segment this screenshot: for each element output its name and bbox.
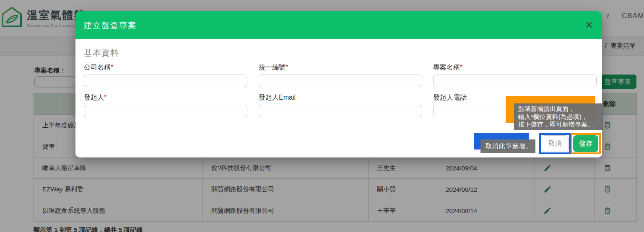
required-asterisk: * xyxy=(104,94,106,101)
initiator-email-label: 發起人Email xyxy=(259,94,296,101)
initiator-input[interactable] xyxy=(84,105,247,117)
field-project-name: 專案名稱* xyxy=(433,63,597,87)
field-initiator: 發起人* xyxy=(84,93,247,117)
company-name-input[interactable] xyxy=(84,75,247,87)
project-name-input[interactable] xyxy=(433,75,597,87)
save-tooltip: 點選新增跳出頁面， 輸入*欄位資料(為必填)， 按下儲存，即可新增專案。 xyxy=(514,103,603,130)
save-tooltip-line: 按下儲存，即可新增專案。 xyxy=(518,121,599,129)
company-name-label: 公司名稱 xyxy=(84,64,111,71)
field-company-name: 公司名稱* xyxy=(84,63,247,87)
initiator-email-input[interactable] xyxy=(259,105,422,117)
initiator-phone-label: 發起人電話 xyxy=(433,94,467,101)
save-tooltip-line: 點選新增跳出頁面， xyxy=(518,105,599,113)
cancel-button-highlight xyxy=(539,133,571,154)
tax-id-label: 統一編號 xyxy=(259,64,286,71)
save-button-highlight xyxy=(571,133,601,154)
save-tooltip-line: 輸入*欄位資料(為必填)， xyxy=(518,113,599,121)
project-name-label: 專案名稱 xyxy=(433,64,460,71)
modal-title: 建立盤查專案 xyxy=(84,20,137,31)
modal-header: 建立盤查專案 ✕ xyxy=(75,11,602,39)
field-initiator-email: 發起人Email xyxy=(259,93,422,117)
cancel-tooltip: 取消此筆新增。 xyxy=(480,139,535,153)
required-asterisk: * xyxy=(460,64,462,71)
close-icon[interactable]: ✕ xyxy=(582,18,596,32)
field-tax-id: 統一編號* xyxy=(259,63,422,87)
required-asterisk: * xyxy=(111,64,113,71)
initiator-label: 發起人 xyxy=(84,94,104,101)
tax-id-input[interactable] xyxy=(259,75,422,87)
required-asterisk: * xyxy=(286,64,288,71)
section-title-basic-info: 基本資料 xyxy=(84,47,119,59)
